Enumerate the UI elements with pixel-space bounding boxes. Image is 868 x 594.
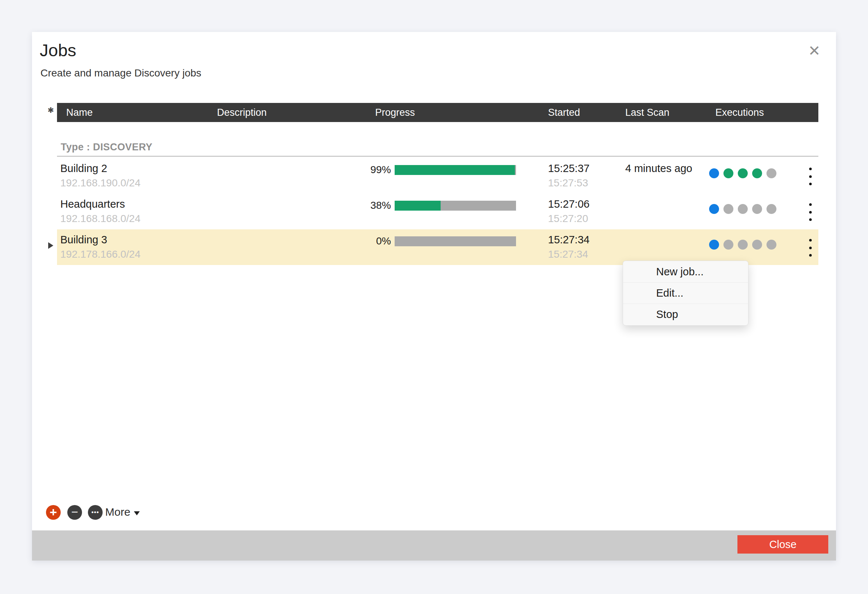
job-subnet: 192.168.190.0/24 xyxy=(60,177,140,189)
column-header-progress[interactable]: Progress xyxy=(375,103,415,122)
job-name: Building 2 xyxy=(60,162,107,175)
job-progress-percent: 0% xyxy=(348,235,391,247)
footer-bar: Close xyxy=(32,531,836,560)
execution-dot-gray xyxy=(766,240,776,249)
execution-dot-gray xyxy=(738,204,748,214)
column-header-executions[interactable]: Executions xyxy=(715,103,764,122)
job-subnet: 192.178.166.0/24 xyxy=(60,249,140,260)
column-header-started[interactable]: Started xyxy=(548,103,580,122)
job-started-subtime: 15:27:34 xyxy=(548,249,588,260)
row-menu-button[interactable] xyxy=(804,168,817,185)
progress-bar xyxy=(395,201,516,211)
row-menu-button[interactable] xyxy=(804,203,817,221)
overflow-button[interactable]: ••• xyxy=(88,505,103,520)
table-row[interactable]: Headquarters 192.168.168.0/24 38% 15:27:… xyxy=(57,194,818,229)
close-icon[interactable]: ✕ xyxy=(805,41,824,60)
execution-dot-gray xyxy=(723,204,734,214)
progress-bar xyxy=(395,165,516,175)
context-menu: New job... Edit... Stop xyxy=(623,261,748,326)
column-header-last-scan[interactable]: Last Scan xyxy=(625,103,669,122)
execution-dot-gray xyxy=(752,204,762,214)
job-started-time: 15:25:37 xyxy=(548,162,590,175)
page-subtitle: Create and manage Discovery jobs xyxy=(40,67,201,79)
job-name: Building 3 xyxy=(60,234,107,246)
job-last-scan: 4 minutes ago xyxy=(625,162,692,175)
execution-dot-gray xyxy=(766,168,776,178)
execution-dots xyxy=(709,168,776,178)
job-subnet: 192.168.168.0/24 xyxy=(60,213,140,225)
table-row[interactable]: Building 3 192.178.166.0/24 0% 15:27:34 … xyxy=(57,229,818,265)
job-started-time: 15:27:34 xyxy=(548,234,590,246)
progress-bar xyxy=(395,236,516,246)
remove-job-button[interactable]: − xyxy=(67,505,82,520)
selected-row-marker-icon xyxy=(48,242,53,249)
execution-dot-green xyxy=(738,168,748,178)
jobs-dialog: Jobs Create and manage Discovery jobs ✕ … xyxy=(32,32,836,560)
job-name: Headquarters xyxy=(60,198,125,210)
row-menu-button[interactable] xyxy=(804,239,817,256)
execution-dot-blue xyxy=(709,204,719,214)
execution-dot-blue xyxy=(709,168,719,178)
progress-bar-fill xyxy=(395,201,441,211)
job-progress-percent: 38% xyxy=(348,200,391,211)
group-header: Type : DISCOVERY xyxy=(61,141,152,153)
execution-dots xyxy=(709,240,776,249)
job-progress-percent: 99% xyxy=(348,164,391,176)
menu-item-edit[interactable]: Edit... xyxy=(623,282,748,304)
close-button[interactable]: Close xyxy=(737,535,828,554)
column-settings-icon[interactable]: ✱ xyxy=(46,106,56,115)
execution-dot-gray xyxy=(723,240,734,249)
chevron-down-icon xyxy=(134,511,140,515)
execution-dots xyxy=(709,204,776,214)
execution-dot-green xyxy=(723,168,734,178)
table-header: Name Description Progress Started Last S… xyxy=(57,103,818,122)
menu-item-new-job[interactable]: New job... xyxy=(623,261,748,282)
table-rows: Building 2 192.168.190.0/24 99% 15:25:37… xyxy=(57,158,818,265)
page-title: Jobs xyxy=(40,40,76,60)
table-row[interactable]: Building 2 192.168.190.0/24 99% 15:25:37… xyxy=(57,158,818,194)
group-divider xyxy=(57,156,818,156)
execution-dot-gray xyxy=(738,240,748,249)
add-job-button[interactable]: + xyxy=(46,505,61,520)
column-header-name[interactable]: Name xyxy=(66,103,93,122)
job-started-subtime: 15:27:53 xyxy=(548,177,588,189)
execution-dot-gray xyxy=(752,240,762,249)
menu-item-stop[interactable]: Stop xyxy=(623,304,748,325)
execution-dot-green xyxy=(752,168,762,178)
job-started-time: 15:27:06 xyxy=(548,198,590,210)
more-button[interactable]: More xyxy=(105,506,140,518)
execution-dot-gray xyxy=(766,204,776,214)
execution-dot-blue xyxy=(709,240,719,249)
column-header-description[interactable]: Description xyxy=(217,103,267,122)
job-started-subtime: 15:27:20 xyxy=(548,213,588,225)
progress-bar-fill xyxy=(395,165,515,175)
more-button-label: More xyxy=(105,506,130,518)
